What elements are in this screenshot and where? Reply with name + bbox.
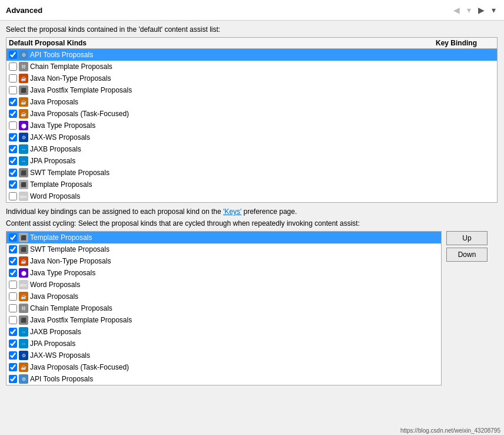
table-row[interactable]: ☕Java Proposals (Task-Focused) <box>6 108 497 120</box>
row-checkbox[interactable] <box>9 169 17 177</box>
table-row[interactable]: ⬛Java Postfix Template Proposals <box>6 314 441 326</box>
table-row[interactable]: ⚙JAX-WS Proposals <box>6 350 441 361</box>
chain-icon: ⛓ <box>19 304 28 313</box>
forward-dropdown[interactable]: ▾ <box>489 4 498 16</box>
row-label: Template Proposals <box>30 180 495 189</box>
row-checkbox[interactable] <box>9 292 17 301</box>
table-row[interactable]: ⬛Java Postfix Template Proposals <box>6 84 497 96</box>
table-row[interactable]: ⚙API Tools Proposals <box>6 373 441 385</box>
row-label: API Tools Proposals <box>30 51 495 59</box>
row-checkbox[interactable] <box>9 51 17 59</box>
table-row[interactable]: ⬛Template Proposals <box>6 179 497 190</box>
table-row[interactable]: ⛓Chain Template Proposals <box>6 302 441 314</box>
row-checkbox[interactable] <box>9 363 17 371</box>
row-checkbox[interactable] <box>9 74 17 83</box>
jpa-icon: ↔ <box>19 339 28 348</box>
back-dropdown[interactable]: ▾ <box>465 4 473 16</box>
row-label: Java Proposals (Task-Focused) <box>30 363 439 371</box>
row-label: SWT Template Proposals <box>30 169 495 177</box>
back-button[interactable]: ◀ <box>451 4 462 16</box>
row-checkbox[interactable] <box>9 304 17 312</box>
java-icon: ☕ <box>19 256 28 266</box>
table-row[interactable]: ↔JPA Proposals <box>6 338 441 350</box>
row-label: Java Proposals (Task-Focused) <box>30 110 495 118</box>
row-checkbox[interactable] <box>9 316 17 324</box>
jaxws-icon: ⚙ <box>19 133 28 142</box>
table-row[interactable]: abcWord Proposals <box>6 279 441 291</box>
table-row[interactable]: ⬛Template Proposals <box>6 232 441 243</box>
row-label: Java Proposals <box>30 292 439 301</box>
swt-icon: ⬛ <box>19 168 28 177</box>
row-checkbox[interactable] <box>9 257 17 265</box>
row-checkbox[interactable] <box>9 157 17 165</box>
table-row[interactable]: ☕Java Proposals (Task-Focused) <box>6 361 441 373</box>
chain-icon: ⛓ <box>19 62 28 71</box>
row-label: JAX-WS Proposals <box>30 133 495 141</box>
table-row[interactable]: ⬛SWT Template Proposals <box>6 243 441 255</box>
javapt-icon: ☕ <box>19 362 28 372</box>
javapt-icon: ☕ <box>19 109 28 118</box>
word-icon: abc <box>19 280 28 289</box>
jaxws-icon: ⚙ <box>19 351 28 360</box>
row-label: Chain Template Proposals <box>30 304 439 312</box>
proposal-table: Default Proposal Kinds Key Binding ⚙API … <box>6 37 498 203</box>
table-row[interactable]: ⛓Chain Template Proposals <box>6 61 497 72</box>
table-row[interactable]: ⬤Java Type Proposals <box>6 120 497 131</box>
postfix-icon: ⬛ <box>19 85 28 95</box>
proposal-rows: ⚙API Tools Proposals⛓Chain Template Prop… <box>6 49 497 202</box>
row-checkbox[interactable] <box>9 133 17 141</box>
table-row[interactable]: ⚙JAX-WS Proposals <box>6 131 497 143</box>
row-label: Java Proposals <box>30 98 495 106</box>
up-button[interactable]: Up <box>446 231 488 245</box>
postfix-icon: ⬛ <box>19 315 28 325</box>
row-checkbox[interactable] <box>9 110 17 118</box>
table-row[interactable]: ☕Java Non-Type Proposals <box>6 72 497 84</box>
row-label: JPA Proposals <box>30 340 439 348</box>
row-label: SWT Template Proposals <box>30 245 439 253</box>
section-label-1: Select the proposal kinds contained in t… <box>6 25 498 34</box>
table-row[interactable]: ☕Java Proposals <box>6 96 497 108</box>
down-button[interactable]: Down <box>446 248 488 262</box>
row-label: Java Postfix Template Proposals <box>30 86 495 94</box>
row-label: JAX-WS Proposals <box>30 351 439 360</box>
table-row[interactable]: ↔JPA Proposals <box>6 155 497 167</box>
row-checkbox[interactable] <box>9 180 17 189</box>
row-checkbox[interactable] <box>9 145 17 153</box>
row-checkbox[interactable] <box>9 245 17 253</box>
swt-icon: ⬛ <box>19 245 28 254</box>
row-checkbox[interactable] <box>9 121 17 130</box>
row-checkbox[interactable] <box>9 269 17 277</box>
table-row[interactable]: ⬤Java Type Proposals <box>6 267 441 279</box>
template-icon: ⬛ <box>19 233 28 242</box>
table-row[interactable]: ↔JAXB Proposals <box>6 143 497 155</box>
table-row[interactable]: ☕Java Non-Type Proposals <box>6 255 441 267</box>
table-row[interactable]: ↔JAXB Proposals <box>6 326 441 338</box>
status-bar: https://blog.csdn.net/weixin_43208795 <box>397 426 504 435</box>
table-row[interactable]: ⬛SWT Template Proposals <box>6 167 497 179</box>
cycling-area: ⬛Template Proposals⬛SWT Template Proposa… <box>6 231 498 385</box>
row-checkbox[interactable] <box>9 340 17 348</box>
row-label: Word Proposals <box>30 281 439 289</box>
javatype-icon: ⬤ <box>19 121 28 130</box>
template-icon: ⬛ <box>19 180 28 189</box>
row-label: Chain Template Proposals <box>30 62 495 71</box>
row-checkbox[interactable] <box>9 233 17 242</box>
row-checkbox[interactable] <box>9 98 17 106</box>
cycling-rows: ⬛Template Proposals⬛SWT Template Proposa… <box>6 232 441 385</box>
row-checkbox[interactable] <box>9 281 17 289</box>
java-icon: ☕ <box>19 74 28 83</box>
row-checkbox[interactable] <box>9 375 17 383</box>
row-checkbox[interactable] <box>9 86 17 94</box>
forward-button[interactable]: ▶ <box>476 4 487 16</box>
row-checkbox[interactable] <box>9 62 17 71</box>
row-checkbox[interactable] <box>9 328 17 336</box>
keys-link[interactable]: 'Keys' <box>223 207 241 216</box>
table-row[interactable]: ⚙API Tools Proposals <box>6 49 497 61</box>
table-row[interactable]: ☕Java Proposals <box>6 291 441 302</box>
row-checkbox[interactable] <box>9 351 17 360</box>
table-row[interactable]: abcWord Proposals <box>6 190 497 202</box>
side-buttons: Up Down <box>446 231 488 385</box>
javatype-icon: ⬤ <box>19 268 28 278</box>
nav-buttons: ◀ ▾ ▶ ▾ <box>451 4 498 16</box>
row-checkbox[interactable] <box>9 192 17 200</box>
